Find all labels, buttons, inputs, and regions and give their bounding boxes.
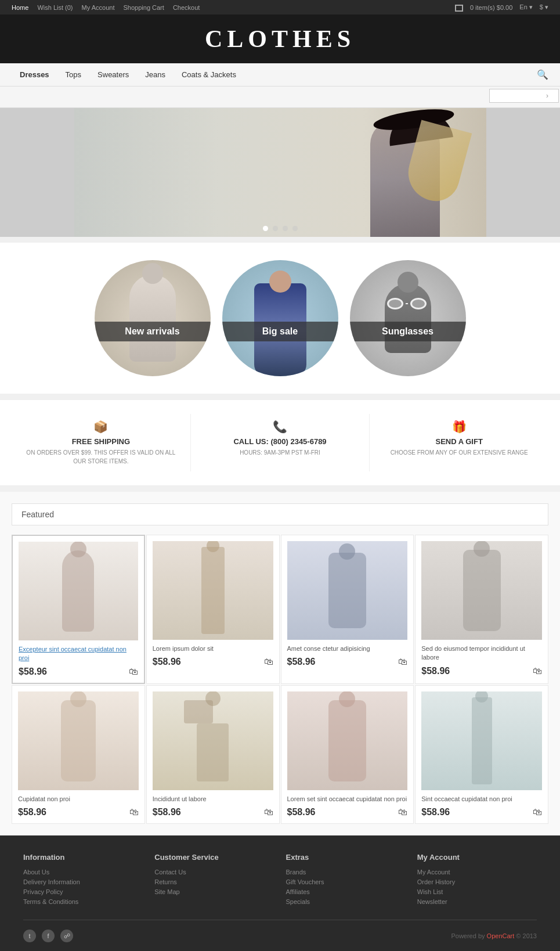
facebook-icon[interactable]: f — [42, 930, 55, 942]
rss-icon[interactable]: ☍ — [60, 930, 73, 942]
footer: Information About Us Delivery Informatio… — [0, 835, 560, 951]
info-gift-desc: CHOOSE FROM ANY OF OUR EXTENSIVE RANGE — [381, 448, 537, 457]
info-phone: 📞 CALL US: (800) 2345-6789 HOURS: 9AM-3P… — [191, 414, 370, 471]
product-card-8[interactable]: Sint occaecat cupidatat non proi $58.96 … — [415, 685, 548, 824]
nav-coats[interactable]: Coats & Jackets — [174, 63, 244, 86]
product-link-1[interactable]: Excepteur sint occaecat cupidatat non pr… — [19, 646, 127, 661]
hero-dot-4[interactable] — [292, 226, 298, 231]
topbar-cart[interactable]: Shopping Cart — [124, 4, 164, 11]
currency-select[interactable]: $ ▾ — [540, 3, 548, 11]
add-to-cart-button-4[interactable]: 🛍 — [533, 666, 542, 676]
add-to-cart-button-2[interactable]: 🛍 — [264, 657, 273, 667]
footer-site-map[interactable]: Site Map — [154, 888, 274, 895]
product-grid: Excepteur sint occaecat cupidatat non pr… — [12, 535, 548, 824]
info-phone-title: CALL US: (800) 2345-6789 — [203, 437, 358, 446]
footer-delivery-info[interactable]: Delivery Information — [23, 878, 143, 885]
cart-bag-icon — [455, 5, 463, 12]
nav-dresses[interactable]: Dresses — [12, 63, 57, 86]
nav-jeans[interactable]: Jeans — [137, 63, 174, 86]
product-image-1 — [19, 542, 138, 640]
info-strip: 📦 FREE SHIPPING ON ORDERS OVER $99. THIS… — [0, 399, 560, 486]
category-big-sale[interactable]: Big sale — [222, 260, 338, 376]
main-nav: Dresses Tops Sweaters Jeans Coats & Jack… — [0, 63, 560, 87]
search-bar-row: › — [0, 87, 560, 108]
product-name-2: Lorem ipsum dolor sit — [153, 644, 273, 653]
product-image-8 — [421, 691, 542, 790]
gift-icon: 🎁 — [381, 420, 537, 434]
opencart-brand: OpenCart — [487, 932, 515, 939]
footer-specials[interactable]: Specials — [286, 898, 406, 905]
phone-icon: 📞 — [203, 420, 358, 434]
search-toggle-button[interactable]: 🔍 — [537, 69, 548, 80]
product-price-5: $58.96 — [18, 807, 46, 817]
info-phone-desc: HOURS: 9AM-3PM PST M-FRI — [203, 448, 358, 457]
hero-dots — [263, 226, 298, 231]
product-price-row-2: $58.96 🛍 — [153, 657, 273, 667]
circle-categories: New arrivals Big sale — [0, 243, 560, 394]
search-input[interactable] — [489, 89, 559, 103]
footer-privacy-policy[interactable]: Privacy Policy — [23, 888, 143, 895]
hero-dot-1[interactable] — [263, 226, 268, 231]
footer-returns[interactable]: Returns — [154, 878, 274, 885]
footer-newsletter[interactable]: Newsletter — [417, 898, 537, 905]
twitter-icon[interactable]: t — [23, 930, 36, 942]
nav-links: Dresses Tops Sweaters Jeans Coats & Jack… — [12, 63, 244, 86]
product-card-6[interactable]: Incididunt ut labore $58.96 🛍 — [146, 685, 280, 824]
product-card-3[interactable]: Amet conse ctetur adipisicing $58.96 🛍 — [281, 535, 414, 684]
product-card-7[interactable]: Lorem set sint occaecat cupidatat non pr… — [281, 685, 414, 824]
topbar-checkout[interactable]: Checkout — [173, 4, 200, 11]
site-header: CLOTHES — [0, 15, 560, 63]
add-to-cart-button-5[interactable]: 🛍 — [129, 807, 139, 817]
featured-header: Featured — [12, 503, 548, 525]
product-image-3 — [287, 541, 408, 640]
product-card-5[interactable]: Cupidatat non proi $58.96 🛍 — [12, 685, 145, 824]
product-price-row-1: $58.96 🛍 — [19, 667, 138, 677]
category-new-arrivals[interactable]: New arrivals — [95, 260, 211, 376]
nav-tops[interactable]: Tops — [57, 63, 89, 86]
add-to-cart-button-6[interactable]: 🛍 — [264, 807, 273, 817]
footer-gift-vouchers[interactable]: Gift Vouchers — [286, 878, 406, 885]
nav-sweaters[interactable]: Sweaters — [89, 63, 137, 86]
product-card-1[interactable]: Excepteur sint occaecat cupidatat non pr… — [12, 535, 145, 684]
lang-select[interactable]: En ▾ — [519, 3, 533, 11]
add-to-cart-button-3[interactable]: 🛍 — [398, 657, 407, 667]
footer-terms[interactable]: Terms & Conditions — [23, 898, 143, 905]
topbar-myaccount[interactable]: My Account — [82, 4, 115, 11]
footer-wish-list[interactable]: Wish List — [417, 888, 537, 895]
hero-bg — [74, 108, 486, 237]
footer-col-customer-service: Customer Service Contact Us Returns Site… — [154, 853, 274, 908]
product-price-row-4: $58.96 🛍 — [421, 666, 542, 676]
add-to-cart-button-7[interactable]: 🛍 — [398, 807, 407, 817]
footer-order-history[interactable]: Order History — [417, 878, 537, 885]
hero-dot-3[interactable] — [283, 226, 288, 231]
category-big-sale-label: Big sale — [222, 322, 338, 341]
featured-section: Featured Excepteur sint occaecat cupidat… — [0, 492, 560, 835]
gap-3 — [0, 486, 560, 492]
topbar-wishlist[interactable]: Wish List (0) — [37, 4, 73, 11]
product-price-row-7: $58.96 🛍 — [287, 807, 408, 817]
footer-brands[interactable]: Brands — [286, 869, 406, 876]
footer-affiliates[interactable]: Affiliates — [286, 888, 406, 895]
product-image-6 — [153, 691, 273, 790]
search-submit-button[interactable]: › — [546, 89, 548, 103]
footer-col-information: Information About Us Delivery Informatio… — [23, 853, 143, 908]
footer-bottom: t f ☍ Powered by OpenCart © 2013 — [23, 920, 537, 942]
footer-contact-us[interactable]: Contact Us — [154, 869, 274, 876]
footer-about-us[interactable]: About Us — [23, 869, 143, 876]
powered-by: Powered by OpenCart © 2013 — [451, 932, 537, 939]
category-sunglasses-label: Sunglasses — [350, 322, 466, 341]
add-to-cart-button-8[interactable]: 🛍 — [533, 807, 542, 817]
product-price-6: $58.96 — [153, 807, 181, 817]
featured-title: Featured — [21, 510, 539, 519]
product-card-2[interactable]: Lorem ipsum dolor sit $58.96 🛍 — [146, 535, 280, 684]
footer-my-account[interactable]: My Account — [417, 869, 537, 876]
product-card-4[interactable]: Sed do eiusmod tempor incididunt ut labo… — [415, 535, 548, 684]
footer-information-title: Information — [23, 853, 143, 862]
topbar-home[interactable]: Home — [12, 4, 28, 11]
product-price-3: $58.96 — [287, 657, 316, 667]
category-sunglasses[interactable]: Sunglasses — [350, 260, 466, 376]
hero-dot-2[interactable] — [273, 226, 278, 231]
footer-col-extras: Extras Brands Gift Vouchers Affiliates S… — [286, 853, 406, 908]
product-price-2: $58.96 — [153, 657, 181, 667]
add-to-cart-button-1[interactable]: 🛍 — [129, 667, 138, 677]
